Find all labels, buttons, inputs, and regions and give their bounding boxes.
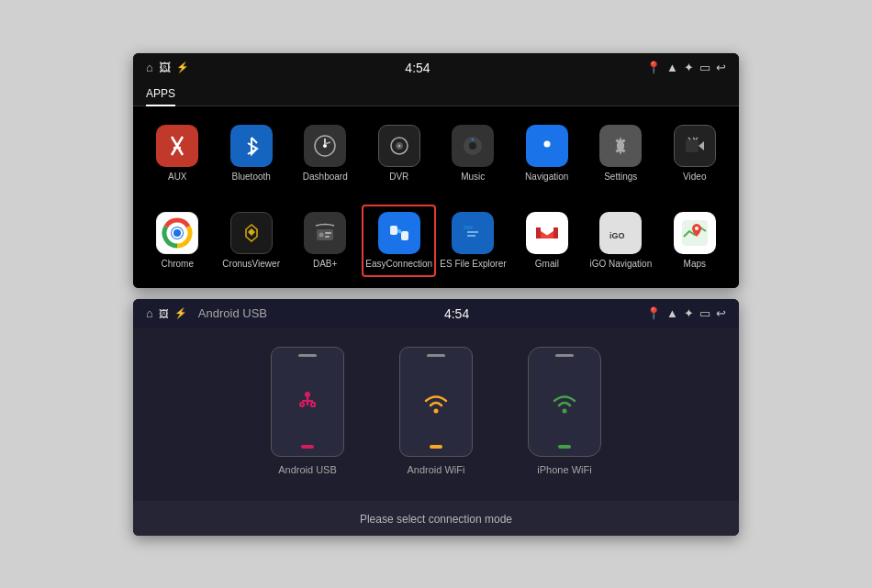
android-usb-option[interactable]: Android USB	[271, 347, 344, 475]
window-icon-2: ▭	[699, 306, 710, 320]
dab-icon	[304, 212, 346, 254]
footer-text: Please select connection mode	[360, 513, 512, 526]
home-icon-2[interactable]: ⌂	[146, 306, 153, 320]
image-icon[interactable]: 🖼	[159, 61, 171, 74]
settings-label: Settings	[604, 172, 637, 183]
android-usb-label: Android USB	[278, 464, 337, 475]
app-grid-row1: AUX Bluetooth Dashboard	[133, 106, 739, 201]
status-bar-1: ⌂ 🖼 ⚡ 4:54 📍 ▲ ✦ ▭ ↩	[133, 53, 739, 83]
maps-label: Maps	[684, 259, 706, 270]
status-right-2: 📍 ▲ ✦ ▭ ↩	[646, 306, 726, 320]
back-icon-1[interactable]: ↩	[716, 61, 726, 74]
svg-rect-33	[464, 226, 473, 229]
android-usb-phone	[271, 347, 344, 457]
svg-rect-29	[390, 226, 397, 235]
svg-point-31	[397, 229, 401, 233]
tab-bar: APPS	[133, 83, 739, 106]
screen-1: ⌂ 🖼 ⚡ 4:54 📍 ▲ ✦ ▭ ↩ APPS AUX	[133, 53, 739, 288]
svg-point-41	[695, 227, 699, 230]
screen-2: ⌂ 🖼 ⚡ Android USB 4:54 📍 ▲ ✦ ▭ ↩	[133, 299, 739, 536]
app-video[interactable]: Video	[658, 117, 732, 190]
svg-rect-26	[325, 232, 331, 234]
video-label: Video	[683, 172, 706, 183]
easyconnect-icon	[378, 212, 420, 254]
app-gmail[interactable]: Gmail	[510, 205, 584, 277]
status-left-1: ⌂ 🖼 ⚡	[146, 61, 189, 74]
svg-point-48	[563, 408, 567, 413]
settings-icon	[599, 125, 642, 167]
svg-line-17	[688, 138, 690, 139]
app-esfile[interactable]: ES File Explorer	[436, 205, 509, 277]
svg-point-25	[319, 232, 324, 237]
svg-rect-37	[536, 227, 541, 239]
dashboard-icon	[304, 125, 346, 167]
location-icon: 📍	[646, 61, 661, 74]
wifi-icon-2: ▲	[666, 306, 678, 320]
dvr-icon	[378, 125, 420, 167]
igo-label: iGO Navigation	[589, 259, 652, 270]
svg-point-9	[397, 144, 400, 147]
apps-tab[interactable]: APPS	[146, 83, 175, 106]
svg-rect-32	[464, 227, 482, 241]
gmail-icon	[526, 212, 568, 254]
app-bluetooth[interactable]: Bluetooth	[215, 117, 289, 190]
app-music[interactable]: Music	[436, 117, 510, 190]
svg-rect-15	[686, 139, 699, 152]
svg-line-18	[693, 138, 695, 139]
phone-notch-3	[555, 354, 574, 357]
app-maps[interactable]: Maps	[658, 205, 732, 277]
connection-options: Android USB Android WiFi	[161, 347, 711, 475]
app-dvr[interactable]: DVR	[363, 117, 437, 190]
dashboard-label: Dashboard	[303, 172, 348, 183]
app-cronus[interactable]: CronusViewer	[214, 205, 287, 277]
app-dashboard[interactable]: Dashboard	[288, 117, 363, 190]
connection-footer: Please select connection mode	[133, 501, 739, 536]
app-easyconnect[interactable]: EasyConnection	[362, 205, 436, 277]
svg-text:iGO: iGO	[609, 231, 625, 240]
igo-icon: iGO	[599, 212, 642, 254]
bluetooth-icon-1: ✦	[684, 61, 694, 74]
phone-dot-2	[430, 445, 442, 449]
app-settings[interactable]: Settings	[584, 117, 658, 190]
svg-point-11	[469, 142, 476, 150]
svg-point-45	[300, 403, 304, 406]
easyconnect-label: EasyConnection	[365, 259, 432, 270]
back-icon-2[interactable]: ↩	[716, 306, 726, 320]
phone-dot-1	[301, 445, 314, 449]
aux-label: AUX	[168, 172, 187, 183]
svg-point-47	[434, 408, 439, 413]
navigation-icon	[526, 125, 568, 167]
phone-notch-2	[427, 354, 445, 357]
phone-dot-3	[558, 445, 571, 449]
image-icon-2[interactable]: 🖼	[159, 308, 169, 319]
wifi-icon: ▲	[666, 61, 678, 74]
esfile-label: ES File Explorer	[440, 259, 506, 270]
app-navigation[interactable]: Navigation	[510, 117, 585, 190]
android-wifi-phone	[399, 347, 473, 457]
wifi-icon-iphone	[548, 389, 581, 415]
iphone-wifi-option[interactable]: iPhone WiFi	[528, 347, 601, 475]
status-time-1: 4:54	[405, 61, 430, 75]
status-right-1: 📍 ▲ ✦ ▭ ↩	[646, 61, 726, 74]
android-wifi-option[interactable]: Android WiFi	[399, 347, 473, 475]
svg-line-19	[696, 138, 698, 139]
iphone-wifi-phone	[528, 347, 601, 457]
chrome-label: Chrome	[161, 259, 194, 270]
home-icon[interactable]: ⌂	[146, 61, 153, 74]
svg-point-12	[472, 138, 475, 140]
dvr-label: DVR	[389, 172, 408, 183]
app-chrome[interactable]: Chrome	[140, 205, 214, 277]
window-icon: ▭	[699, 61, 710, 74]
status-bar-2: ⌂ 🖼 ⚡ Android USB 4:54 📍 ▲ ✦ ▭ ↩	[133, 299, 739, 328]
svg-point-23	[173, 229, 181, 237]
status-time-2: 4:54	[444, 306, 469, 321]
bluetooth-icon-2: ✦	[684, 306, 694, 320]
bluetooth-label: Bluetooth	[232, 172, 271, 183]
app-igo[interactable]: iGO iGO Navigation	[584, 205, 657, 277]
esfile-icon	[452, 212, 494, 254]
app-dab[interactable]: DAB+	[288, 205, 362, 277]
location-icon-2: 📍	[646, 306, 661, 320]
app-aux[interactable]: AUX	[140, 117, 215, 190]
svg-rect-38	[553, 227, 558, 239]
svg-rect-27	[325, 236, 330, 238]
